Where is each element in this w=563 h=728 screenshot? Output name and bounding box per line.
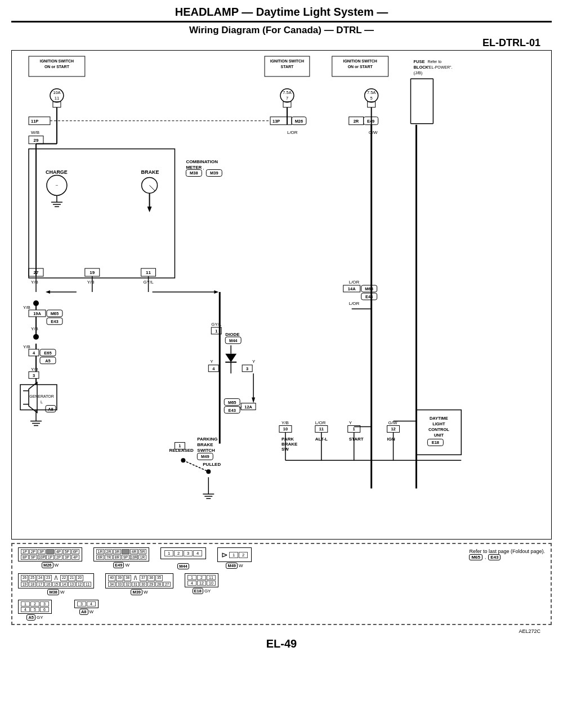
svg-text:E65: E65 <box>44 350 51 356</box>
svg-point-151 <box>206 469 211 474</box>
svg-text:CHARGE: CHARGE <box>46 169 68 175</box>
svg-text:IGNITION SWITCH: IGNITION SWITCH <box>343 59 377 63</box>
svg-text:A8: A8 <box>48 407 53 412</box>
svg-text:DIODE: DIODE <box>225 332 239 337</box>
svg-marker-132 <box>252 398 255 403</box>
svg-text:14A: 14A <box>348 286 356 291</box>
svg-text:"EL-POWER".: "EL-POWER". <box>427 65 452 69</box>
svg-text:L: L <box>41 400 43 404</box>
svg-text:ON or START: ON or START <box>44 65 70 69</box>
svg-text:M44: M44 <box>229 338 238 343</box>
svg-text:Y/B: Y/B <box>23 344 30 349</box>
ael-code: AEL272C <box>11 628 540 634</box>
svg-text:BRAKE: BRAKE <box>197 442 213 447</box>
page-container: HEADLAMP — Daytime Light System — Wiring… <box>0 0 563 728</box>
svg-text:5: 5 <box>370 96 373 101</box>
svg-text:RELEASED: RELEASED <box>169 448 194 453</box>
svg-text:11P: 11P <box>31 119 38 124</box>
page-number: EL-49 <box>11 637 552 650</box>
svg-text:Y: Y <box>239 405 242 410</box>
svg-text:1: 1 <box>353 426 355 432</box>
svg-text:Y: Y <box>252 359 256 364</box>
svg-text:BRAKE: BRAKE <box>282 442 297 447</box>
svg-text:PARKING: PARKING <box>197 437 217 442</box>
wiring-diagram: IGNITION SWITCH ON or START IGNITION SWI… <box>11 50 552 540</box>
svg-text:METER: METER <box>186 165 202 170</box>
svg-text:L/OR: L/OR <box>349 301 360 306</box>
svg-text:E43: E43 <box>229 408 236 413</box>
m26-connector-label: M26 <box>42 562 53 568</box>
svg-text:L/OR: L/OR <box>287 130 298 135</box>
svg-line-56 <box>150 185 155 191</box>
svg-text:DAYTIME: DAYTIME <box>430 416 448 421</box>
svg-text:START: START <box>349 437 364 442</box>
svg-text:13P: 13P <box>272 119 280 124</box>
svg-text:Y: Y <box>210 359 213 364</box>
svg-text:COMBINATION: COMBINATION <box>186 159 218 164</box>
svg-text:11: 11 <box>146 270 151 275</box>
svg-text:10A: 10A <box>53 90 60 95</box>
a5-connector-label: A5 <box>26 614 35 621</box>
svg-text:E43: E43 <box>51 319 58 324</box>
e43-badge: E43 <box>488 554 501 560</box>
svg-text:M65: M65 <box>51 311 59 316</box>
svg-text:Y/B: Y/B <box>31 280 38 285</box>
svg-text:7.5A: 7.5A <box>367 90 376 95</box>
m44-connector-label: M44 <box>177 563 189 569</box>
svg-marker-58 <box>148 206 152 212</box>
svg-text:2R: 2R <box>354 119 359 124</box>
svg-text:M49: M49 <box>201 454 209 459</box>
svg-rect-46 <box>29 149 175 278</box>
svg-text:Refer to: Refer to <box>427 60 441 64</box>
svg-text:SWITCH: SWITCH <box>197 448 215 453</box>
svg-text:~: ~ <box>56 183 59 188</box>
svg-text:1: 1 <box>215 329 217 334</box>
svg-text:CONTROL: CONTROL <box>428 427 449 432</box>
m38-connector-label: M38 <box>47 589 59 595</box>
svg-text:A5: A5 <box>45 358 51 363</box>
svg-text:19A: 19A <box>33 311 41 316</box>
svg-text:G/W: G/W <box>369 130 378 135</box>
svg-text:START: START <box>281 65 294 69</box>
svg-text:M65: M65 <box>365 286 373 291</box>
svg-point-149 <box>181 458 185 462</box>
svg-text:GENERATOR: GENERATOR <box>29 394 54 398</box>
svg-text:Y/B: Y/B <box>31 367 38 372</box>
svg-text:29: 29 <box>34 138 39 143</box>
m39-connector-label: M39 <box>131 589 142 595</box>
a8-connector-label: A8 <box>79 609 88 615</box>
svg-text:M38: M38 <box>190 170 198 176</box>
svg-marker-76 <box>46 290 50 294</box>
svg-text:PULLED: PULLED <box>203 462 221 467</box>
svg-text:1: 1 <box>178 443 181 448</box>
m65-badge: M65 <box>469 554 482 560</box>
svg-text:M65: M65 <box>228 400 236 405</box>
svg-text:Y: Y <box>349 420 352 425</box>
svg-text:Y/B: Y/B <box>31 326 38 331</box>
svg-text:3: 3 <box>33 373 35 378</box>
svg-text:IGN: IGN <box>387 437 395 442</box>
svg-text:(J/B): (J/B) <box>413 70 422 75</box>
svg-text:4: 4 <box>212 366 215 371</box>
svg-text:ON or START: ON or START <box>348 65 373 69</box>
svg-text:Y/B: Y/B <box>23 305 30 310</box>
svg-text:W/B: W/B <box>31 130 39 135</box>
svg-text:12A: 12A <box>244 405 252 410</box>
e49-connector-label: E49 <box>113 562 124 568</box>
svg-text:11: 11 <box>55 96 59 101</box>
svg-text:12: 12 <box>391 426 395 432</box>
svg-text:L/OR: L/OR <box>349 280 360 285</box>
svg-text:IGNITION SWITCH: IGNITION SWITCH <box>40 59 74 63</box>
svg-text:IGNITION SWITCH: IGNITION SWITCH <box>270 59 304 63</box>
svg-text:7.5A: 7.5A <box>283 90 291 95</box>
svg-text:LIGHT: LIGHT <box>432 421 445 426</box>
svg-text:Y/B: Y/B <box>87 280 95 285</box>
svg-text:BRAKE: BRAKE <box>141 169 159 175</box>
svg-text:BLOCK: BLOCK <box>413 65 428 70</box>
svg-text:M26: M26 <box>295 119 303 124</box>
svg-text:19: 19 <box>90 270 95 275</box>
svg-text:FUSE: FUSE <box>413 59 425 64</box>
svg-text:7: 7 <box>286 96 288 101</box>
svg-text:PARK: PARK <box>282 437 294 442</box>
svg-text:,: , <box>203 166 204 171</box>
